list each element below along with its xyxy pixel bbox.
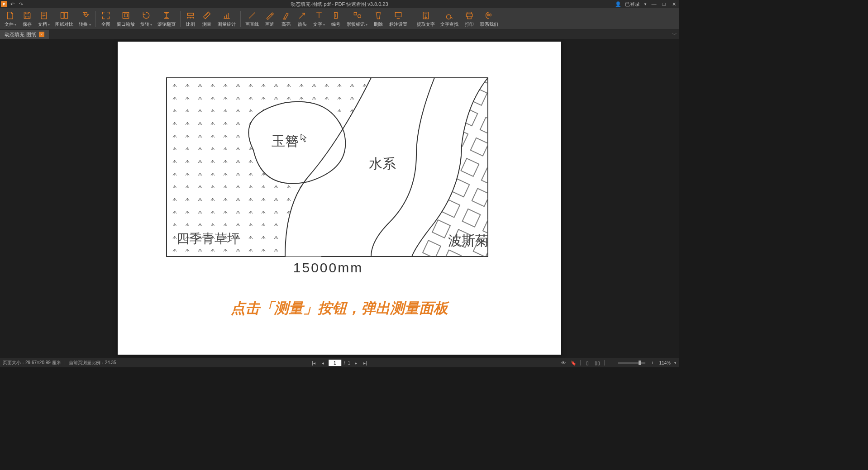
toolbar-label: 比例: [186, 21, 195, 28]
main-toolbar: 文件保存文档图纸对比转换全图窗口缩放旋转滚轮翻页比例测量测量统计画直线画笔高亮箭…: [0, 8, 679, 30]
eye-icon[interactable]: 👁: [560, 360, 567, 366]
titlebar: P ↶ ↷ 动态填充-图纸.pdf - PDF 快速看图 v3.8.0.23 👤…: [0, 0, 679, 8]
document-tab[interactable]: 动态填充-图纸 ×: [0, 30, 49, 39]
toolbar-number-button[interactable]: 编号: [328, 9, 344, 28]
toolbar-convert-button[interactable]: 转换: [76, 9, 93, 28]
toolbar-label: 测量统计: [218, 21, 236, 28]
toolbar-compare-button[interactable]: 图纸对比: [52, 9, 76, 28]
text-icon: [314, 10, 324, 20]
prev-page-button[interactable]: ◂: [320, 361, 326, 366]
fit-icon: [101, 10, 111, 20]
toolbar-label: 高亮: [281, 21, 291, 28]
toolbar-label: 打印: [465, 21, 474, 28]
tab-close-button[interactable]: ×: [39, 32, 44, 37]
toolbar-delete-button[interactable]: 删除: [370, 9, 386, 28]
toolbar-text-button[interactable]: 文字: [310, 9, 328, 28]
tab-bar: 动态填充-图纸 × ﹀: [0, 30, 679, 39]
last-page-button[interactable]: ▸|: [362, 361, 369, 366]
extract-icon: [421, 10, 431, 20]
toolbar-measure-button[interactable]: 测量: [199, 9, 215, 28]
document-viewport[interactable]: 玉簪 水系 四季青草坪 波斯菊 15000mm 点击「测量」按钮，弹出测量面板: [0, 39, 679, 358]
number-icon: [331, 10, 341, 20]
close-button[interactable]: ✕: [671, 1, 677, 7]
toolbar-arrow-button[interactable]: 箭头: [294, 9, 310, 28]
print-icon: [464, 10, 474, 20]
measurestat-icon: [222, 10, 232, 20]
rotate-icon: [141, 10, 151, 20]
toolbar-zoomwin-button[interactable]: 窗口缩放: [114, 9, 138, 28]
redo-icon[interactable]: ↷: [18, 1, 24, 7]
toolbar-label: 测量: [202, 21, 211, 28]
toolbar-contact-button[interactable]: 联系我们: [477, 9, 501, 28]
toolbar-shape-button[interactable]: 形状标记: [344, 9, 370, 28]
toolbar-label: 联系我们: [480, 21, 498, 28]
zoomwin-icon: [121, 10, 131, 20]
delete-icon: [373, 10, 383, 20]
toolbar-separator: [240, 11, 241, 27]
pen-icon: [265, 10, 275, 20]
scale-icon: [186, 10, 196, 20]
minimize-button[interactable]: —: [651, 1, 657, 7]
page-size-info: 页面大小：29.67×20.99 厘米: [3, 360, 61, 366]
page-total: 1: [348, 361, 351, 366]
toolbar-label: 图纸对比: [55, 21, 73, 28]
toolbar-label: 滚轮翻页: [157, 21, 176, 28]
label-yuzhan: 玉簪: [272, 133, 299, 148]
toolbar-label: 编号: [331, 21, 340, 28]
dropdown-icon[interactable]: ▼: [644, 2, 647, 6]
user-icon[interactable]: 👤: [615, 1, 621, 7]
instruction-text: 点击「测量」按钮，弹出测量面板: [231, 299, 448, 318]
zoom-out-button[interactable]: −: [608, 360, 615, 366]
toolbar-label: 文件: [5, 21, 16, 28]
toolbar-highlight-button[interactable]: 高亮: [278, 9, 294, 28]
maximize-button[interactable]: □: [661, 1, 667, 7]
toolbar-scale-button[interactable]: 比例: [182, 9, 199, 28]
annotset-icon: [393, 10, 403, 20]
zoom-slider[interactable]: [618, 362, 645, 364]
page-number-input[interactable]: [329, 360, 341, 366]
login-status[interactable]: 已登录: [625, 1, 640, 8]
first-page-button[interactable]: |◂: [310, 361, 317, 366]
undo-icon[interactable]: ↶: [9, 1, 16, 7]
toolbar-pen-button[interactable]: 画笔: [262, 9, 278, 28]
zoom-value: 114%: [659, 361, 671, 366]
tab-label: 动态填充-图纸: [5, 31, 36, 38]
toolbar-file-button[interactable]: 文件: [2, 9, 19, 28]
toolbar-label: 删除: [374, 21, 383, 28]
view-single-icon[interactable]: ▯: [584, 360, 591, 366]
view-double-icon[interactable]: ▯▯: [594, 360, 601, 366]
tab-dropdown-icon[interactable]: ﹀: [672, 30, 677, 39]
toolbar-line-button[interactable]: 画直线: [243, 9, 262, 28]
toolbar-extract-button[interactable]: 提取文字: [414, 9, 438, 28]
line-icon: [247, 10, 257, 20]
toolbar-annotset-button[interactable]: 标注设置: [386, 9, 410, 28]
toolbar-label: 全图: [101, 21, 110, 28]
compare-icon: [59, 10, 69, 20]
next-page-button[interactable]: ▸: [353, 361, 359, 366]
scale-info: 当前页测量比例：24.35: [69, 360, 116, 366]
label-lawn: 四季青草坪: [176, 232, 240, 246]
toolbar-save-button[interactable]: 保存: [19, 9, 35, 28]
toolbar-print-button[interactable]: 打印: [461, 9, 477, 28]
toolbar-scroll-button[interactable]: 滚轮翻页: [155, 9, 178, 28]
label-bosiju: 波斯菊: [448, 233, 489, 248]
scroll-icon: [162, 10, 172, 20]
bookmark-icon[interactable]: 🔖: [570, 360, 577, 366]
toolbar-label: 文字查找: [440, 21, 458, 28]
contact-icon: [484, 10, 494, 20]
toolbar-label: 文字: [313, 21, 325, 28]
toolbar-rotate-button[interactable]: 旋转: [138, 9, 155, 28]
toolbar-label: 箭头: [298, 21, 307, 28]
toolbar-label: 形状标记: [347, 21, 367, 28]
toolbar-fit-button[interactable]: 全图: [98, 9, 114, 28]
toolbar-label: 窗口缩放: [117, 21, 135, 28]
toolbar-search-button[interactable]: 文字查找: [438, 9, 461, 28]
toolbar-label: 画笔: [265, 21, 274, 28]
toolbar-measurestat-button[interactable]: 测量统计: [215, 9, 238, 28]
save-icon: [22, 10, 32, 20]
toolbar-doc-button[interactable]: 文档: [35, 9, 52, 28]
toolbar-separator: [412, 11, 412, 27]
file-icon: [5, 10, 15, 20]
zoom-in-button[interactable]: +: [649, 360, 655, 366]
zoom-dropdown-icon[interactable]: ▾: [674, 361, 676, 365]
